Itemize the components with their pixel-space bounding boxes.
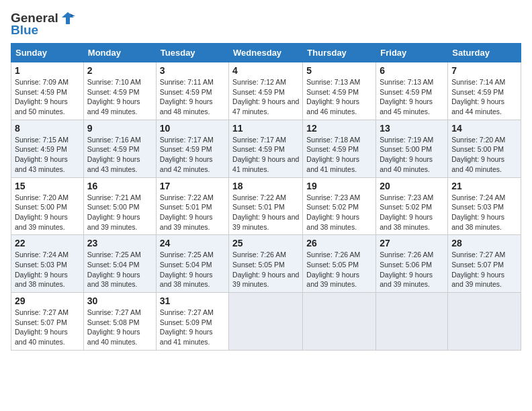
day-info: Sunrise: 7:27 AMSunset: 5:07 PMDaylight:… [15,308,69,346]
day-number: 5 [306,65,372,76]
day-number: 27 [380,238,444,248]
day-header-wednesday: Wednesday [229,44,303,62]
day-number: 21 [451,181,517,191]
calendar-cell: 12 Sunrise: 7:18 AMSunset: 4:59 PMDaylig… [303,120,376,177]
calendar-cell [303,293,376,351]
day-info: Sunrise: 7:11 AMSunset: 4:59 PMDaylight:… [160,78,214,116]
calendar-cell: 26 Sunrise: 7:26 AMSunset: 5:05 PMDaylig… [303,235,376,293]
day-header-friday: Friday [376,44,448,62]
days-header-row: SundayMondayTuesdayWednesdayThursdayFrid… [11,44,521,62]
day-info: Sunrise: 7:25 AMSunset: 5:04 PMDaylight:… [160,250,214,288]
calendar-cell: 2 Sunrise: 7:10 AMSunset: 4:59 PMDayligh… [83,62,156,120]
day-number: 24 [160,238,225,248]
svg-marker-0 [62,12,74,24]
day-info: Sunrise: 7:17 AMSunset: 4:59 PMDaylight:… [160,136,214,173]
day-header-sunday: Sunday [11,44,84,62]
day-number: 26 [306,238,372,248]
day-info: Sunrise: 7:26 AMSunset: 5:05 PMDaylight:… [306,250,360,288]
day-info: Sunrise: 7:18 AMSunset: 4:59 PMDaylight:… [306,136,360,173]
logo-bird-icon [60,11,75,26]
day-number: 3 [160,65,225,76]
day-number: 12 [306,123,372,134]
calendar-cell: 13 Sunrise: 7:19 AMSunset: 5:00 PMDaylig… [376,120,448,177]
day-number: 7 [451,65,517,76]
logo: General Blue [11,11,75,38]
calendar-cell: 8 Sunrise: 7:15 AMSunset: 4:59 PMDayligh… [11,120,84,177]
day-number: 17 [160,181,225,191]
day-info: Sunrise: 7:19 AMSunset: 5:00 PMDaylight:… [380,136,433,173]
calendar-week-2: 8 Sunrise: 7:15 AMSunset: 4:59 PMDayligh… [11,120,521,177]
day-info: Sunrise: 7:14 AMSunset: 4:59 PMDaylight:… [451,78,505,116]
logo-blue-text: Blue [11,23,38,38]
calendar-week-4: 22 Sunrise: 7:24 AMSunset: 5:03 PMDaylig… [11,235,521,293]
calendar-cell: 3 Sunrise: 7:11 AMSunset: 4:59 PMDayligh… [156,62,228,120]
day-info: Sunrise: 7:27 AMSunset: 5:07 PMDaylight:… [451,250,505,288]
day-info: Sunrise: 7:23 AMSunset: 5:02 PMDaylight:… [306,193,360,231]
day-number: 9 [87,123,152,134]
calendar-cell: 30 Sunrise: 7:27 AMSunset: 5:08 PMDaylig… [83,293,156,351]
day-number: 19 [306,181,372,191]
day-number: 30 [87,295,152,306]
calendar-cell: 14 Sunrise: 7:20 AMSunset: 5:00 PMDaylig… [448,120,521,177]
day-info: Sunrise: 7:17 AMSunset: 4:59 PMDaylight:… [232,136,299,173]
calendar-cell: 6 Sunrise: 7:13 AMSunset: 4:59 PMDayligh… [376,62,448,120]
day-info: Sunrise: 7:26 AMSunset: 5:05 PMDaylight:… [232,250,299,288]
calendar-cell: 24 Sunrise: 7:25 AMSunset: 5:04 PMDaylig… [156,235,228,293]
day-number: 6 [380,65,444,76]
calendar-cell: 20 Sunrise: 7:23 AMSunset: 5:02 PMDaylig… [376,177,448,235]
calendar-week-3: 15 Sunrise: 7:20 AMSunset: 5:00 PMDaylig… [11,177,521,235]
day-number: 18 [232,181,299,191]
day-number: 28 [451,238,517,248]
calendar-cell: 9 Sunrise: 7:16 AMSunset: 4:59 PMDayligh… [83,120,156,177]
day-number: 14 [451,123,517,134]
day-header-thursday: Thursday [303,44,376,62]
day-number: 16 [87,181,152,191]
day-info: Sunrise: 7:20 AMSunset: 5:00 PMDaylight:… [15,193,69,231]
day-info: Sunrise: 7:20 AMSunset: 5:00 PMDaylight:… [451,136,505,173]
day-info: Sunrise: 7:23 AMSunset: 5:02 PMDaylight:… [380,193,433,231]
calendar-cell: 18 Sunrise: 7:22 AMSunset: 5:01 PMDaylig… [229,177,303,235]
calendar-cell: 11 Sunrise: 7:17 AMSunset: 4:59 PMDaylig… [229,120,303,177]
day-number: 11 [232,123,299,134]
calendar-cell: 4 Sunrise: 7:12 AMSunset: 4:59 PMDayligh… [229,62,303,120]
calendar-cell: 10 Sunrise: 7:17 AMSunset: 4:59 PMDaylig… [156,120,228,177]
day-info: Sunrise: 7:22 AMSunset: 5:01 PMDaylight:… [232,193,299,231]
calendar-cell: 31 Sunrise: 7:27 AMSunset: 5:09 PMDaylig… [156,293,228,351]
calendar-cell: 27 Sunrise: 7:26 AMSunset: 5:06 PMDaylig… [376,235,448,293]
day-info: Sunrise: 7:10 AMSunset: 4:59 PMDaylight:… [87,78,141,116]
day-info: Sunrise: 7:21 AMSunset: 5:00 PMDaylight:… [87,193,141,231]
calendar-cell: 7 Sunrise: 7:14 AMSunset: 4:59 PMDayligh… [448,62,521,120]
day-number: 8 [15,123,80,134]
day-info: Sunrise: 7:13 AMSunset: 4:59 PMDaylight:… [380,78,433,116]
day-info: Sunrise: 7:27 AMSunset: 5:08 PMDaylight:… [87,308,141,346]
calendar-cell: 28 Sunrise: 7:27 AMSunset: 5:07 PMDaylig… [448,235,521,293]
day-info: Sunrise: 7:13 AMSunset: 4:59 PMDaylight:… [306,78,360,116]
day-info: Sunrise: 7:27 AMSunset: 5:09 PMDaylight:… [160,308,214,346]
day-number: 25 [232,238,299,248]
calendar-cell: 25 Sunrise: 7:26 AMSunset: 5:05 PMDaylig… [229,235,303,293]
day-info: Sunrise: 7:24 AMSunset: 5:03 PMDaylight:… [451,193,505,231]
calendar-cell: 19 Sunrise: 7:23 AMSunset: 5:02 PMDaylig… [303,177,376,235]
day-info: Sunrise: 7:16 AMSunset: 4:59 PMDaylight:… [87,136,141,173]
day-number: 20 [380,181,444,191]
day-info: Sunrise: 7:25 AMSunset: 5:04 PMDaylight:… [87,250,141,288]
calendar-cell [376,293,448,351]
day-header-monday: Monday [83,44,156,62]
calendar-cell: 1 Sunrise: 7:09 AMSunset: 4:59 PMDayligh… [11,62,84,120]
calendar-cell: 16 Sunrise: 7:21 AMSunset: 5:00 PMDaylig… [83,177,156,235]
calendar-cell: 22 Sunrise: 7:24 AMSunset: 5:03 PMDaylig… [11,235,84,293]
day-number: 2 [87,65,152,76]
day-number: 4 [232,65,299,76]
calendar-cell: 5 Sunrise: 7:13 AMSunset: 4:59 PMDayligh… [303,62,376,120]
calendar-cell [229,293,303,351]
day-number: 23 [87,238,152,248]
calendar-cell [448,293,521,351]
day-number: 15 [15,181,80,191]
calendar-week-5: 29 Sunrise: 7:27 AMSunset: 5:07 PMDaylig… [11,293,521,351]
day-number: 29 [15,295,80,306]
calendar-cell: 21 Sunrise: 7:24 AMSunset: 5:03 PMDaylig… [448,177,521,235]
calendar-cell: 29 Sunrise: 7:27 AMSunset: 5:07 PMDaylig… [11,293,84,351]
day-header-tuesday: Tuesday [156,44,228,62]
day-number: 31 [160,295,225,306]
day-number: 13 [380,123,444,134]
